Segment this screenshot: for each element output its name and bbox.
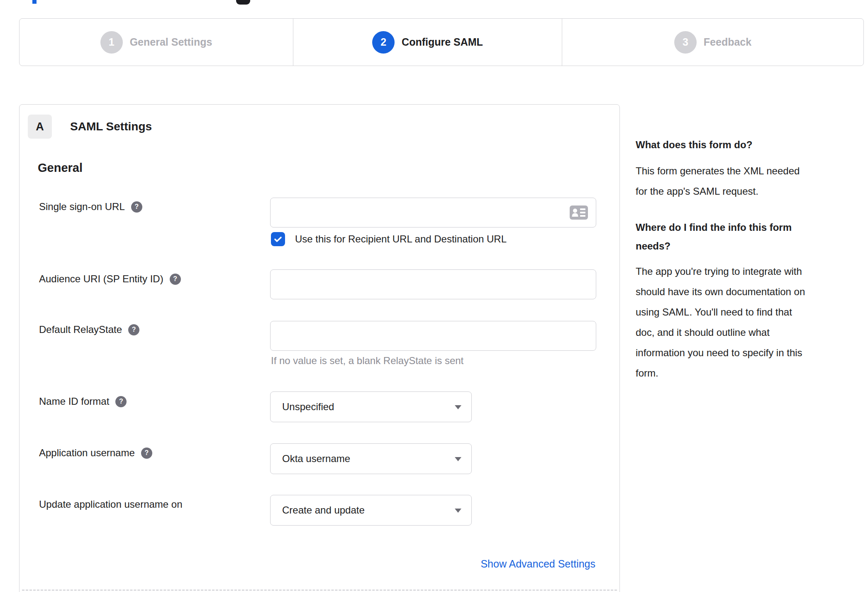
audience-uri-label-row: Audience URI (SP Entity ID) ? xyxy=(39,273,181,285)
app-username-help-icon[interactable]: ? xyxy=(141,448,152,459)
step-tab-configure-saml[interactable]: 2 Configure SAML xyxy=(293,19,562,66)
help-text-what: This form generates the XML needed for t… xyxy=(636,161,851,201)
sso-url-label: Single sign-on URL xyxy=(39,201,125,213)
general-heading: General xyxy=(38,161,83,175)
name-id-format-label-row: Name ID format ? xyxy=(39,396,127,407)
relaystate-hint: If no value is set, a blank RelayState i… xyxy=(271,355,463,367)
name-id-format-select[interactable]: Unspecified xyxy=(270,391,472,422)
contact-card-icon[interactable] xyxy=(570,205,588,220)
help-sidebar: What does this form do? This form genera… xyxy=(636,135,851,383)
section-a-badge: A xyxy=(28,115,52,139)
app-username-label: Application username xyxy=(39,447,135,459)
chevron-down-icon xyxy=(455,509,461,513)
recipient-url-checkbox[interactable] xyxy=(271,232,285,246)
step-label: Configure SAML xyxy=(402,36,483,48)
wizard-stepper: 1 General Settings 2 Configure SAML 3 Fe… xyxy=(19,18,864,66)
relaystate-input[interactable] xyxy=(270,321,596,351)
step-number-badge: 3 xyxy=(674,31,697,54)
update-username-value: Create and update xyxy=(282,504,365,516)
audience-uri-input[interactable] xyxy=(270,269,596,299)
step-number-badge: 1 xyxy=(100,31,123,54)
app-username-value: Okta username xyxy=(282,453,350,465)
show-advanced-settings-link[interactable]: Show Advanced Settings xyxy=(480,558,595,570)
update-username-select[interactable]: Create and update xyxy=(270,495,472,526)
sso-url-help-icon[interactable]: ? xyxy=(131,201,142,213)
step-number-badge: 2 xyxy=(372,31,395,54)
step-label: Feedback xyxy=(704,36,751,48)
cutoff-fragment-title xyxy=(236,0,250,5)
relaystate-label: Default RelayState xyxy=(39,324,122,335)
sso-url-input[interactable] xyxy=(270,198,596,228)
update-username-label-row: Update application username on xyxy=(39,499,183,510)
app-username-label-row: Application username ? xyxy=(39,447,152,459)
audience-uri-help-icon[interactable]: ? xyxy=(170,274,181,285)
configure-saml-page: 1 General Settings 2 Configure SAML 3 Fe… xyxy=(0,0,868,592)
relaystate-label-row: Default RelayState ? xyxy=(39,324,139,335)
step-label: General Settings xyxy=(130,36,212,48)
chevron-down-icon xyxy=(455,405,461,409)
saml-settings-panel: A SAML Settings General Single sign-on U… xyxy=(19,104,620,592)
name-id-format-value: Unspecified xyxy=(282,401,334,413)
app-username-select[interactable]: Okta username xyxy=(270,443,472,474)
audience-uri-label: Audience URI (SP Entity ID) xyxy=(39,273,163,285)
help-heading-where: Where do I find the info this form needs… xyxy=(636,218,851,255)
panel-header: A SAML Settings xyxy=(28,115,152,139)
cutoff-fragment-left xyxy=(32,0,37,4)
name-id-format-label: Name ID format xyxy=(39,396,109,407)
recipient-url-checkbox-label: Use this for Recipient URL and Destinati… xyxy=(295,233,507,245)
help-text-where: The app you're trying to integrate with … xyxy=(636,261,851,383)
sso-url-input-wrap xyxy=(270,198,596,228)
name-id-format-help-icon[interactable]: ? xyxy=(115,396,127,407)
update-username-label: Update application username on xyxy=(39,499,183,510)
help-heading-what: What does this form do? xyxy=(636,135,851,154)
relaystate-help-icon[interactable]: ? xyxy=(128,324,139,335)
step-tab-feedback[interactable]: 3 Feedback xyxy=(562,19,863,66)
recipient-url-checkbox-row: Use this for Recipient URL and Destinati… xyxy=(271,232,507,246)
section-dashed-divider xyxy=(22,590,617,591)
sso-url-label-row: Single sign-on URL ? xyxy=(39,201,142,213)
section-title: SAML Settings xyxy=(70,120,152,133)
step-tab-general-settings[interactable]: 1 General Settings xyxy=(20,19,293,66)
chevron-down-icon xyxy=(455,457,461,461)
